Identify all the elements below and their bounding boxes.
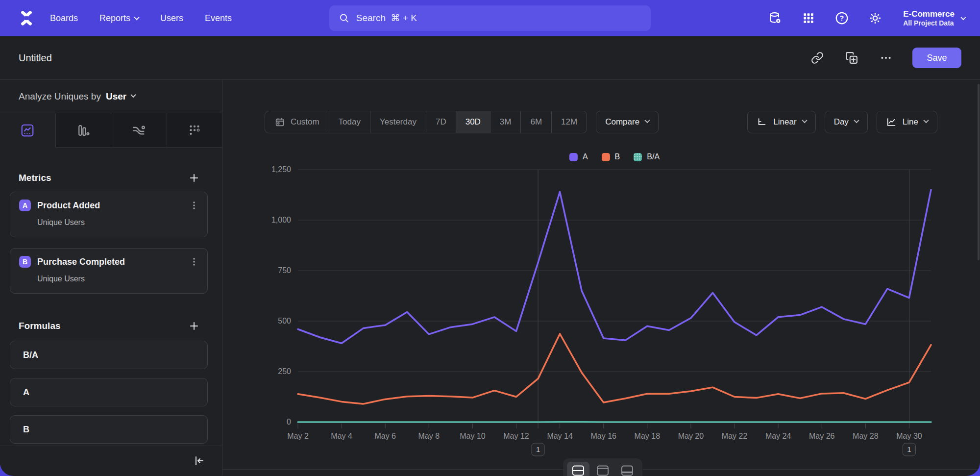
svg-text:1: 1: [536, 445, 540, 453]
svg-text:May 26: May 26: [809, 432, 835, 440]
analyze-entity-dropdown[interactable]: User: [106, 91, 135, 102]
data-management-icon[interactable]: [767, 10, 784, 26]
search-input[interactable]: [356, 13, 641, 24]
svg-text:500: 500: [278, 317, 291, 325]
analyze-label: Analyze Uniques by: [19, 91, 101, 102]
scrollbar[interactable]: [978, 84, 980, 260]
chart-only-view-button[interactable]: [591, 462, 614, 476]
retention-dots-icon: [187, 123, 202, 138]
chevron-down-icon: [960, 15, 966, 20]
project-switcher[interactable]: E-Commerce All Project Data: [903, 9, 965, 28]
svg-text:1,250: 1,250: [271, 165, 291, 174]
view-mode-tray: [563, 458, 642, 476]
nav-item-users[interactable]: Users: [160, 13, 183, 24]
annotation-badge: 1: [532, 443, 544, 456]
formula-card-a[interactable]: A: [10, 378, 208, 406]
svg-text:250: 250: [278, 367, 291, 376]
title-actions: Save: [809, 48, 961, 68]
report-title-bar: Untitled: [0, 36, 980, 80]
search-icon: [339, 13, 349, 24]
global-search[interactable]: [329, 5, 651, 31]
primary-nav: Boards Reports Users Events: [50, 13, 232, 24]
svg-text:May 6: May 6: [374, 432, 396, 440]
add-metric-button[interactable]: [189, 173, 199, 183]
add-formula-button[interactable]: [189, 321, 199, 331]
metric-a-aggregation[interactable]: Unique Users: [37, 218, 198, 227]
tab-funnels[interactable]: [55, 113, 111, 148]
sidebar-footer: [0, 446, 222, 476]
metrics-section-header: Metrics: [19, 172, 199, 184]
svg-text:May 14: May 14: [547, 432, 573, 440]
nav-item-reports[interactable]: Reports: [99, 13, 139, 24]
svg-text:May 22: May 22: [722, 432, 748, 440]
copy-link-icon[interactable]: [809, 50, 825, 66]
metrics-title: Metrics: [19, 173, 51, 183]
svg-text:May 2: May 2: [287, 432, 309, 440]
svg-text:May 24: May 24: [765, 432, 791, 440]
svg-text:May 20: May 20: [678, 432, 704, 440]
svg-text:May 18: May 18: [635, 432, 661, 440]
metric-card-a[interactable]: A Product Added Unique Users: [10, 192, 208, 237]
split-view-button[interactable]: [567, 462, 589, 476]
formulas-section-header: Formulas: [19, 320, 199, 332]
svg-text:1,000: 1,000: [271, 216, 291, 224]
annotation-badge: 1: [903, 443, 915, 456]
mixpanel-logo-icon[interactable]: [18, 9, 35, 27]
more-options-icon[interactable]: [878, 50, 894, 66]
formulas-title: Formulas: [19, 321, 61, 331]
formula-card-b[interactable]: B: [10, 415, 208, 444]
tab-retention[interactable]: [167, 113, 222, 148]
save-button[interactable]: Save: [912, 48, 961, 68]
project-scope: All Project Data: [903, 19, 955, 28]
nav-right-cluster: ? E-Commerce All Project Data: [767, 0, 965, 36]
report-title[interactable]: Untitled: [19, 52, 52, 64]
metric-b-name: Purchase Completed: [37, 257, 183, 267]
metric-a-menu-icon[interactable]: [190, 200, 198, 210]
svg-text:?: ?: [840, 14, 844, 22]
settings-gear-icon[interactable]: [867, 10, 883, 26]
workspace-panel: Untitled: [0, 36, 980, 476]
metric-a-badge: A: [19, 200, 31, 211]
metric-b-aggregation[interactable]: Unique Users: [37, 275, 198, 283]
line-chart[interactable]: 02505007501,0001,250May 2May 4May 6May 8…: [222, 80, 980, 476]
apps-grid-icon[interactable]: [800, 10, 817, 26]
svg-text:May 16: May 16: [590, 432, 616, 440]
analyze-header: Analyze Uniques by User: [0, 80, 222, 113]
help-icon[interactable]: ?: [833, 10, 850, 26]
svg-text:0: 0: [287, 418, 291, 426]
metric-a-name: Product Added: [37, 200, 183, 211]
tab-insights[interactable]: [0, 113, 55, 148]
svg-text:May 10: May 10: [460, 432, 486, 440]
app-window: Boards Reports Users Events: [0, 0, 980, 476]
nav-item-boards[interactable]: Boards: [50, 13, 78, 24]
funnel-bars-icon: [76, 123, 91, 138]
collapse-sidebar-icon[interactable]: [192, 453, 207, 469]
chevron-down-icon: [134, 15, 139, 20]
svg-text:May 8: May 8: [418, 432, 440, 440]
svg-text:May 30: May 30: [896, 432, 922, 440]
chevron-down-icon: [131, 92, 136, 98]
flows-icon: [131, 123, 147, 138]
insights-line-chart-icon: [20, 123, 35, 138]
svg-text:May 12: May 12: [503, 432, 529, 440]
nav-item-events[interactable]: Events: [205, 13, 232, 24]
table-only-view-button[interactable]: [616, 462, 638, 476]
svg-text:750: 750: [278, 266, 291, 275]
metric-card-b[interactable]: B Purchase Completed Unique Users: [10, 248, 208, 294]
metric-b-badge: B: [19, 256, 31, 268]
query-builder-sidebar: Analyze Uniques by User: [0, 80, 222, 476]
metric-b-menu-icon[interactable]: [190, 257, 198, 267]
svg-text:May 28: May 28: [853, 432, 879, 440]
chart-main-area: Custom Today Yesterday 7D 30D 3M 6M 12M …: [222, 80, 980, 476]
svg-text:1: 1: [907, 445, 911, 453]
content-row: Analyze Uniques by User: [0, 80, 980, 476]
svg-text:May 4: May 4: [331, 432, 352, 440]
project-name: E-Commerce: [903, 9, 955, 19]
formula-card-ba[interactable]: B/A: [10, 341, 208, 369]
duplicate-icon[interactable]: [844, 50, 859, 66]
top-nav: Boards Reports Users Events: [0, 0, 980, 36]
tab-flows[interactable]: [111, 113, 167, 148]
report-type-tabs: [0, 113, 222, 148]
